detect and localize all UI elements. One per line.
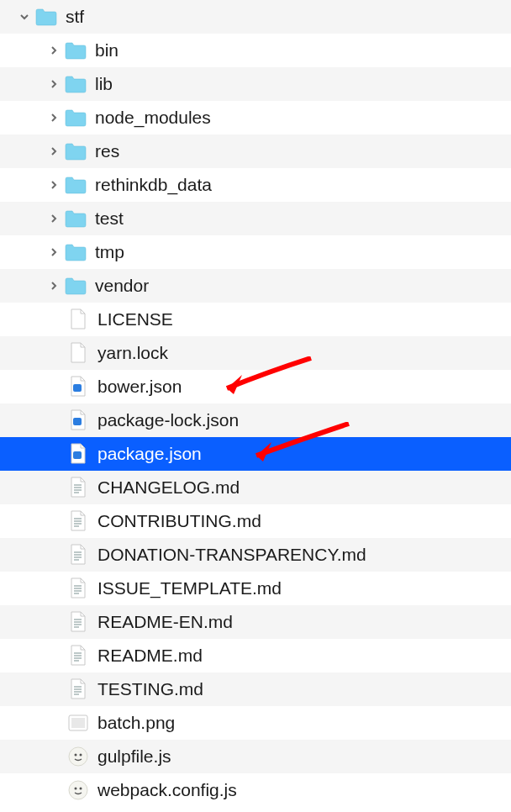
file-tree: stf bin lib node_modules (0, 0, 511, 807)
tree-item-label: test (95, 208, 124, 229)
chevron-down-icon (17, 9, 32, 24)
tree-row-file[interactable]: batch.png (0, 706, 511, 740)
tree-row-file[interactable]: CONTRIBUTING.md (0, 504, 511, 538)
tree-row-file[interactable]: DONATION-TRANSPARENCY.md (0, 538, 511, 572)
svg-point-38 (80, 788, 82, 790)
tree-row-file[interactable]: README-EN.md (0, 605, 511, 639)
tree-row-folder[interactable]: node_modules (0, 101, 511, 134)
svg-rect-0 (73, 384, 82, 392)
tree-row-file[interactable]: gulpfile.js (0, 740, 511, 773)
tree-item-label: bin (95, 40, 119, 61)
folder-icon (65, 40, 87, 61)
tree-row-file[interactable]: TESTING.md (0, 672, 511, 706)
tree-row-folder[interactable]: vendor (0, 269, 511, 303)
tree-row-folder[interactable]: rethinkdb_data (0, 168, 511, 202)
chevron-right-icon (46, 144, 61, 159)
tree-item-label: CHANGELOG.md (97, 477, 240, 498)
svg-point-34 (75, 754, 77, 757)
tree-row-folder[interactable]: bin (0, 34, 511, 67)
svg-point-33 (69, 747, 87, 766)
folder-icon (65, 107, 87, 129)
file-json-icon (67, 376, 89, 398)
tree-row-root[interactable]: stf (0, 0, 511, 34)
folder-icon (65, 174, 87, 196)
tree-item-label: tmp (95, 242, 124, 262)
svg-rect-1 (73, 418, 82, 425)
tree-item-label: webpack.config.js (97, 780, 237, 800)
tree-row-file[interactable]: webpack.config.js (0, 773, 511, 807)
file-json-icon (67, 409, 89, 431)
chevron-right-icon (46, 245, 61, 260)
chevron-right-icon (46, 177, 61, 192)
tree-row-file[interactable]: CHANGELOG.md (0, 471, 511, 504)
tree-row-folder[interactable]: res (0, 134, 511, 168)
tree-row-file[interactable]: yarn.lock (0, 336, 511, 370)
file-md-icon (67, 577, 89, 599)
file-md-icon (67, 678, 89, 700)
tree-row-file[interactable]: package-lock.json (0, 403, 511, 437)
file-json-icon (67, 443, 89, 465)
tree-row-file[interactable]: ISSUE_TEMPLATE.md (0, 572, 511, 605)
tree-item-label: README-EN.md (97, 612, 233, 632)
file-blank-icon (67, 342, 89, 364)
tree-row-file-selected[interactable]: package.json (0, 437, 511, 471)
tree-item-label: stf (66, 7, 84, 27)
file-blank-icon (67, 308, 89, 330)
tree-row-folder[interactable]: tmp (0, 235, 511, 269)
chevron-right-icon (46, 211, 61, 226)
chevron-right-icon (46, 110, 61, 125)
file-image-icon (67, 712, 89, 734)
tree-row-folder[interactable]: lib (0, 67, 511, 101)
tree-item-label: README.md (97, 646, 203, 666)
folder-icon (65, 208, 87, 229)
tree-row-file[interactable]: README.md (0, 639, 511, 672)
tree-item-label: bower.json (97, 377, 182, 397)
tree-row-file[interactable]: LICENSE (0, 303, 511, 336)
tree-item-label: package.json (97, 444, 202, 464)
tree-item-label: gulpfile.js (97, 746, 171, 767)
tree-item-label: TESTING.md (97, 679, 203, 699)
tree-item-label: CONTRIBUTING.md (97, 511, 261, 531)
tree-item-label: LICENSE (97, 309, 173, 330)
svg-rect-2 (73, 451, 82, 459)
file-js-icon (67, 746, 89, 767)
tree-item-label: node_modules (95, 108, 211, 128)
svg-point-35 (80, 754, 82, 757)
tree-row-folder[interactable]: test (0, 202, 511, 235)
tree-item-label: vendor (95, 276, 149, 296)
file-md-icon (67, 611, 89, 633)
chevron-right-icon (46, 43, 61, 58)
tree-item-label: res (95, 141, 119, 161)
file-js-icon (67, 779, 89, 801)
tree-row-file[interactable]: bower.json (0, 370, 511, 403)
file-md-icon (67, 477, 89, 498)
tree-item-label: ISSUE_TEMPLATE.md (97, 578, 282, 598)
folder-icon (65, 275, 87, 297)
folder-icon (65, 140, 87, 162)
tree-item-label: yarn.lock (97, 343, 168, 363)
folder-icon (35, 6, 57, 28)
svg-point-36 (69, 781, 87, 799)
svg-rect-32 (71, 718, 85, 728)
file-md-icon (67, 645, 89, 667)
chevron-right-icon (46, 278, 61, 293)
svg-point-37 (75, 788, 77, 790)
file-md-icon (67, 544, 89, 566)
tree-item-label: rethinkdb_data (95, 175, 212, 195)
chevron-right-icon (46, 76, 61, 92)
folder-icon (65, 73, 87, 95)
tree-item-label: lib (95, 74, 113, 94)
tree-item-label: DONATION-TRANSPARENCY.md (97, 545, 366, 565)
folder-icon (65, 241, 87, 263)
tree-item-label: batch.png (97, 713, 175, 733)
file-md-icon (67, 510, 89, 532)
tree-item-label: package-lock.json (97, 410, 239, 430)
